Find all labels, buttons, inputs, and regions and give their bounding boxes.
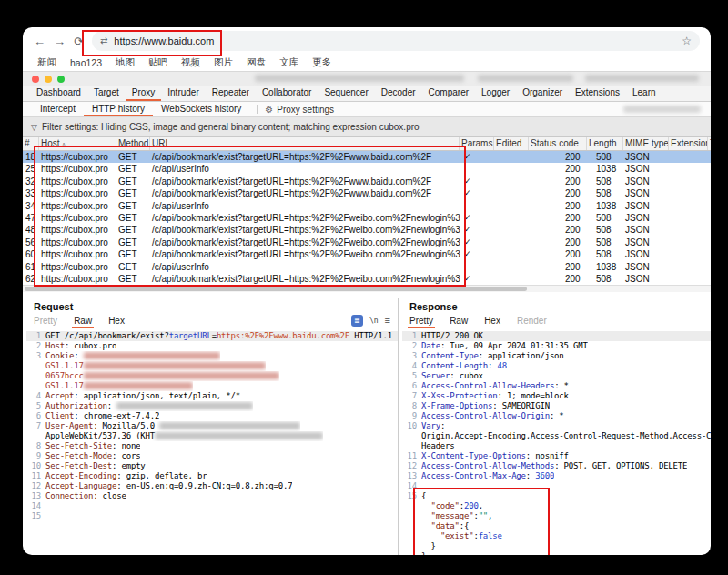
column-header-host[interactable]: Host∧ bbox=[39, 137, 116, 150]
close-window-icon[interactable] bbox=[32, 76, 39, 83]
response-tab-hex[interactable]: Hex bbox=[484, 313, 500, 328]
column-header-extension[interactable]: Extension bbox=[669, 137, 708, 150]
cell-status: 200 bbox=[529, 176, 587, 187]
cell-id: 33 bbox=[23, 187, 39, 199]
url-bar[interactable]: ⇄ https://www.baidu.com ☆ bbox=[92, 31, 700, 51]
line-content: 0657bccc bbox=[46, 371, 279, 381]
burp-tab-comparer[interactable]: Comparer bbox=[422, 86, 475, 101]
table-row-18[interactable]: 18https://cubox.proGET/c/api/bookmark/ex… bbox=[23, 151, 711, 163]
burp-tab-dashboard[interactable]: Dashboard bbox=[30, 86, 87, 101]
cell-edited bbox=[494, 261, 529, 273]
table-row-34[interactable]: 34https://cubox.proGET/c/api/userInfo200… bbox=[23, 200, 711, 212]
code-segment: https:%2F%2Fwww.baidu.com%2F bbox=[217, 331, 349, 340]
line-number: 9 bbox=[402, 411, 417, 421]
request-line-10: 10Sec-Fetch-Dest: empty bbox=[26, 461, 398, 471]
code-segment: : gzip, deflate, br bbox=[116, 471, 207, 480]
cell-ext bbox=[669, 187, 708, 199]
column-header-status-code[interactable]: Status code bbox=[529, 137, 587, 150]
request-tab-raw[interactable]: Raw bbox=[74, 313, 92, 328]
url-text[interactable]: https://www.baidu.com bbox=[114, 35, 214, 46]
tab-switch-icon[interactable]: ⇄ bbox=[100, 36, 107, 45]
menu-icon[interactable]: ≡ bbox=[385, 315, 390, 326]
code-segment: Accept-Language bbox=[46, 481, 116, 490]
burp-tab-organizer[interactable]: Organizer bbox=[516, 86, 569, 101]
line-content: Headers bbox=[421, 441, 455, 451]
request-line-1: 1GET /c/api/bookmark/exist?targetURL=htt… bbox=[26, 331, 398, 341]
table-row-32[interactable]: 32https://cubox.proGET/c/api/bookmark/ex… bbox=[23, 176, 711, 187]
bookmark-item-7[interactable]: 文库 bbox=[279, 56, 298, 69]
column-header-method[interactable]: Method bbox=[116, 137, 150, 150]
maximize-window-icon[interactable] bbox=[57, 76, 65, 83]
line-number: 3 bbox=[402, 351, 417, 361]
line-content: Cookie: bbox=[46, 351, 220, 361]
show-newlines-icon[interactable]: \n bbox=[369, 317, 379, 325]
burp-tab-proxy[interactable]: Proxy bbox=[126, 86, 162, 101]
proxy-settings-button[interactable]: ⚙ Proxy settings bbox=[265, 102, 334, 116]
bookmark-item-4[interactable]: 视频 bbox=[181, 56, 200, 69]
request-tab-hex[interactable]: Hex bbox=[108, 313, 125, 328]
burp-tab-logger[interactable]: Logger bbox=[475, 86, 516, 101]
table-row-48[interactable]: 48https://cubox.proGET/c/api/bookmark/ex… bbox=[23, 224, 711, 236]
forward-icon[interactable]: → bbox=[54, 35, 66, 47]
bookmark-item-8[interactable]: 更多 bbox=[312, 56, 331, 69]
bookmark-item-1[interactable]: hao123 bbox=[70, 57, 102, 68]
column-header-length[interactable]: Length bbox=[587, 137, 623, 150]
cell-id: 61 bbox=[23, 261, 39, 273]
reload-icon[interactable]: ⟳ bbox=[74, 35, 84, 47]
scrollbar-thumb[interactable] bbox=[25, 287, 527, 291]
back-icon[interactable]: ← bbox=[34, 35, 46, 47]
burp-tab-decoder[interactable]: Decoder bbox=[375, 86, 422, 101]
bookmark-item-2[interactable]: 地图 bbox=[116, 56, 135, 69]
burp-tab-extensions[interactable]: Extensions bbox=[569, 86, 626, 101]
subtab-http-history[interactable]: HTTP history bbox=[84, 102, 153, 116]
burp-tab-sequencer[interactable]: Sequencer bbox=[318, 86, 374, 101]
bookmark-item-3[interactable]: 贴吧 bbox=[148, 56, 167, 69]
cell-status: 200 bbox=[529, 151, 587, 163]
burp-tab-intruder[interactable]: Intruder bbox=[161, 86, 205, 101]
code-segment: Access-Control-Allow-Headers bbox=[421, 381, 554, 390]
filter-bar[interactable]: ▽ Filter settings: Hiding CSS, image and… bbox=[23, 117, 711, 137]
cell-status: 200 bbox=[529, 212, 587, 224]
table-row-56[interactable]: 56https://cubox.proGET/c/api/bookmark/ex… bbox=[23, 237, 711, 248]
divider bbox=[257, 105, 258, 114]
cell-mime: JSON bbox=[623, 212, 669, 224]
request-tab-pretty[interactable]: Pretty bbox=[34, 313, 57, 328]
burp-tab-collaborator[interactable]: Collaborator bbox=[256, 86, 318, 101]
horizontal-scrollbar[interactable] bbox=[23, 285, 711, 292]
response-tab-pretty[interactable]: Pretty bbox=[410, 313, 433, 328]
table-row-33[interactable]: 33https://cubox.proGET/c/api/bookmark/ex… bbox=[23, 187, 711, 199]
cell-url: /c/api/userInfo bbox=[150, 163, 460, 175]
table-row-60[interactable]: 60https://cubox.proGET/c/api/bookmark/ex… bbox=[23, 248, 711, 260]
response-tab-raw[interactable]: Raw bbox=[450, 313, 468, 328]
table-row-47[interactable]: 47https://cubox.proGET/c/api/bookmark/ex… bbox=[23, 212, 711, 224]
subtab-intercept[interactable]: Intercept bbox=[32, 102, 84, 116]
table-row-61[interactable]: 61https://cubox.proGET/c/api/userInfo200… bbox=[23, 261, 711, 273]
column-header-num[interactable]: # bbox=[23, 137, 39, 150]
table-row-62[interactable]: 62https://cubox.proGET/c/api/bookmark/ex… bbox=[23, 273, 711, 285]
bookmark-item-0[interactable]: 新闻 bbox=[37, 56, 56, 69]
table-row-25[interactable]: 25https://cubox.proGET/c/api/userInfo200… bbox=[23, 163, 711, 175]
request-raw-view[interactable]: 1GET /c/api/bookmark/exist?targetURL=htt… bbox=[23, 328, 398, 555]
cell-host: https://cubox.pro bbox=[39, 248, 116, 260]
bookmark-item-6[interactable]: 网盘 bbox=[247, 56, 266, 69]
code-segment: : SAMEORIGIN bbox=[492, 401, 550, 410]
response-line-6: 6Access-Control-Allow-Headers: * bbox=[402, 381, 711, 391]
bookmark-star-icon[interactable]: ☆ bbox=[682, 35, 692, 47]
column-header-edited[interactable]: Edited bbox=[494, 137, 529, 150]
response-tab-render[interactable]: Render bbox=[517, 313, 547, 328]
burp-tab-target[interactable]: Target bbox=[87, 86, 126, 101]
subtab-websockets-history[interactable]: WebSockets history bbox=[153, 102, 249, 116]
column-header-url[interactable]: URL bbox=[150, 137, 460, 150]
bookmark-item-5[interactable]: 图片 bbox=[214, 56, 233, 69]
response-pretty-view[interactable]: 1HTTP/2 200 OK2Date: Tue, 09 Apr 2024 01… bbox=[399, 328, 711, 555]
search-icon[interactable]: ≣ bbox=[351, 315, 363, 327]
column-header-params[interactable]: Params bbox=[460, 137, 494, 150]
code-segment: X-Frame-Options bbox=[421, 401, 492, 410]
burp-tab-repeater[interactable]: Repeater bbox=[206, 86, 256, 101]
line-content: Connection: close bbox=[46, 491, 126, 501]
cell-length: 508 bbox=[587, 176, 623, 187]
minimize-window-icon[interactable] bbox=[45, 76, 52, 83]
burp-tab-learn[interactable]: Learn bbox=[626, 86, 662, 101]
column-header-t[interactable]: T bbox=[708, 137, 711, 150]
column-header-mime-type[interactable]: MIME type bbox=[623, 137, 669, 150]
